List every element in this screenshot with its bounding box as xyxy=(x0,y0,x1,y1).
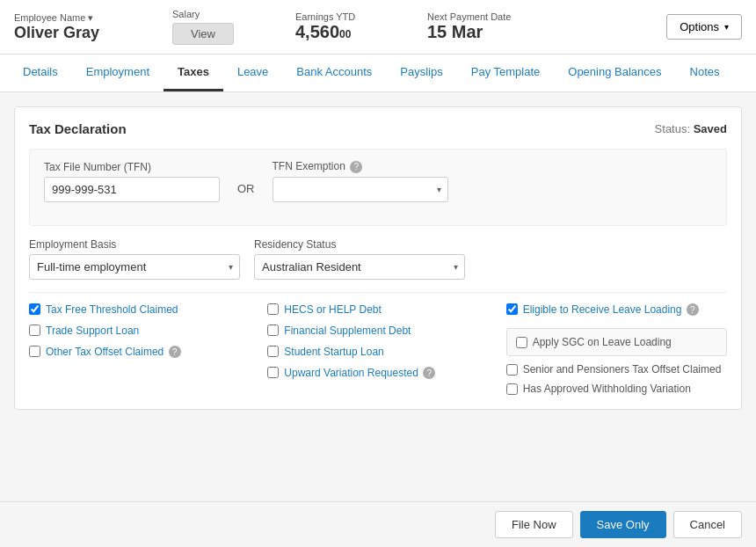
tfn-exemption-group: TFN Exemption ? ▾ xyxy=(273,160,448,202)
next-payment-section: Next Payment Date 15 Mar xyxy=(427,11,568,42)
status-label: Status: xyxy=(655,122,690,135)
earnings-label: Earnings YTD xyxy=(295,11,410,22)
approved-withholding-checkbox[interactable] xyxy=(506,383,518,395)
salary-section: Salary View xyxy=(172,9,278,45)
upward-variation-info-icon[interactable]: ? xyxy=(423,367,435,379)
tab-notes[interactable]: Notes xyxy=(676,55,734,91)
hecs-help-debt-checkbox[interactable] xyxy=(267,303,279,315)
eligible-leave-loading-info-icon[interactable]: ? xyxy=(687,303,699,316)
next-payment-label: Next Payment Date xyxy=(427,11,568,22)
checkbox-upward-variation: Upward Variation Requested ? xyxy=(267,367,488,380)
employment-basis-group: Employment Basis Full-time employment ▾ xyxy=(29,238,240,280)
next-payment-value: 15 Mar xyxy=(427,22,568,42)
residency-status-select-wrapper: Australian Resident ▾ xyxy=(254,254,465,280)
section-header: Tax Declaration Status: Saved xyxy=(29,121,727,136)
tfn-exemption-select-wrapper: ▾ xyxy=(273,177,448,202)
status-value: Saved xyxy=(694,122,727,135)
tfn-row: Tax File Number (TFN) OR TFN Exemption ?… xyxy=(44,160,712,202)
tfn-exemption-select[interactable] xyxy=(273,177,448,202)
tfn-group: Tax File Number (TFN) xyxy=(44,161,220,202)
divider xyxy=(29,292,727,293)
earnings-cents: 00 xyxy=(339,28,351,40)
salary-label: Salary xyxy=(172,9,278,19)
view-salary-button[interactable]: View xyxy=(172,23,234,45)
other-tax-offset-label[interactable]: Other Tax Offset Claimed ? xyxy=(46,346,181,359)
checkbox-approved-withholding: Has Approved Withholding Variation xyxy=(506,383,727,395)
checkbox-apply-sgc: Apply SGC on Leave Loading xyxy=(516,336,717,348)
checkbox-trade-support-loan: Trade Support Loan xyxy=(29,325,250,337)
tax-free-threshold-checkbox[interactable] xyxy=(29,303,40,315)
tab-bank-accounts[interactable]: Bank Accounts xyxy=(282,55,386,91)
footer-bar: File Now Save Only Cancel xyxy=(0,501,756,547)
cancel-button[interactable]: Cancel xyxy=(673,511,742,538)
other-tax-offset-info-icon[interactable]: ? xyxy=(169,346,181,358)
or-label: OR xyxy=(237,182,255,202)
earnings-section: Earnings YTD 4,56000 xyxy=(295,11,410,42)
employment-residency-row: Employment Basis Full-time employment ▾ … xyxy=(29,238,727,280)
options-caret-icon: ▾ xyxy=(724,22,729,32)
financial-supplement-debt-label[interactable]: Financial Supplement Debt xyxy=(284,325,411,337)
tab-employment[interactable]: Employment xyxy=(72,55,164,91)
tfn-input[interactable] xyxy=(44,177,220,202)
hecs-help-debt-label[interactable]: HECS or HELP Debt xyxy=(284,303,382,316)
tfn-exemption-label: TFN Exemption ? xyxy=(273,160,448,173)
checkbox-other-tax-offset: Other Tax Offset Claimed ? xyxy=(29,346,250,359)
tab-pay-template[interactable]: Pay Template xyxy=(457,55,555,91)
student-startup-loan-checkbox[interactable] xyxy=(267,346,279,357)
employee-info: Employee Name ▾ Oliver Gray xyxy=(14,12,155,42)
main-content: Tax Declaration Status: Saved Tax File N… xyxy=(0,92,756,529)
apply-sgc-label[interactable]: Apply SGC on Leave Loading xyxy=(533,336,672,348)
checkboxes-grid: Tax Free Threshold Claimed Trade Support… xyxy=(29,303,727,396)
student-startup-loan-label[interactable]: Student Startup Loan xyxy=(284,346,383,358)
earnings-amount: 4,560 xyxy=(295,22,339,41)
approved-withholding-label[interactable]: Has Approved Withholding Variation xyxy=(523,383,691,395)
checkboxes-col2: HECS or HELP Debt Financial Supplement D… xyxy=(267,303,488,396)
tab-taxes[interactable]: Taxes xyxy=(164,55,223,91)
tfn-label: Tax File Number (TFN) xyxy=(44,161,220,173)
tax-declaration-card: Tax Declaration Status: Saved Tax File N… xyxy=(14,106,742,410)
header: Employee Name ▾ Oliver Gray Salary View … xyxy=(0,0,756,55)
employee-name-label: Employee Name ▾ xyxy=(14,12,155,24)
employment-basis-label: Employment Basis xyxy=(29,238,240,251)
checkbox-tax-free-threshold: Tax Free Threshold Claimed xyxy=(29,303,250,316)
sgc-box: Apply SGC on Leave Loading xyxy=(506,328,727,356)
earnings-value: 4,56000 xyxy=(295,22,410,42)
eligible-leave-loading-checkbox[interactable] xyxy=(506,303,518,315)
residency-status-select[interactable]: Australian Resident xyxy=(254,254,465,280)
tax-free-threshold-label[interactable]: Tax Free Threshold Claimed xyxy=(46,303,178,316)
upward-variation-checkbox[interactable] xyxy=(267,367,279,378)
section-title: Tax Declaration xyxy=(29,121,127,136)
other-tax-offset-checkbox[interactable] xyxy=(29,346,40,357)
checkboxes-col1: Tax Free Threshold Claimed Trade Support… xyxy=(29,303,250,396)
save-only-button[interactable]: Save Only xyxy=(580,511,666,538)
apply-sgc-checkbox[interactable] xyxy=(516,337,527,348)
checkboxes-col3: Eligible to Receive Leave Loading ? Appl… xyxy=(506,303,727,396)
file-now-button[interactable]: File Now xyxy=(495,511,573,538)
checkbox-hecs-help: HECS or HELP Debt xyxy=(267,303,488,316)
status-text: Status: Saved xyxy=(655,122,727,135)
employment-basis-select-wrapper: Full-time employment ▾ xyxy=(29,254,240,280)
checkbox-student-startup: Student Startup Loan xyxy=(267,346,488,358)
tab-opening-balances[interactable]: Opening Balances xyxy=(554,55,675,91)
checkbox-senior-pensioners: Senior and Pensioners Tax Offset Claimed xyxy=(506,363,727,376)
employment-basis-select[interactable]: Full-time employment xyxy=(29,254,240,280)
trade-support-loan-label[interactable]: Trade Support Loan xyxy=(46,325,139,337)
upward-variation-label[interactable]: Upward Variation Requested ? xyxy=(284,367,435,380)
residency-status-group: Residency Status Australian Resident ▾ xyxy=(254,238,465,280)
checkbox-financial-supplement: Financial Supplement Debt xyxy=(267,325,488,337)
senior-pensioners-checkbox[interactable] xyxy=(506,364,518,376)
tfn-exemption-info-icon[interactable]: ? xyxy=(350,161,362,173)
residency-status-label: Residency Status xyxy=(254,238,465,251)
tab-details[interactable]: Details xyxy=(9,55,72,91)
checkbox-eligible-leave-loading: Eligible to Receive Leave Loading ? xyxy=(506,303,727,317)
tabs-bar: Details Employment Taxes Leave Bank Acco… xyxy=(0,55,756,92)
senior-pensioners-label[interactable]: Senior and Pensioners Tax Offset Claimed xyxy=(523,363,722,376)
options-button[interactable]: Options ▾ xyxy=(666,14,742,40)
trade-support-loan-checkbox[interactable] xyxy=(29,325,40,336)
employee-name: Oliver Gray xyxy=(14,24,155,42)
tab-payslips[interactable]: Payslips xyxy=(386,55,456,91)
options-label: Options xyxy=(680,20,719,33)
financial-supplement-debt-checkbox[interactable] xyxy=(267,325,279,336)
tab-leave[interactable]: Leave xyxy=(223,55,282,91)
eligible-leave-loading-label[interactable]: Eligible to Receive Leave Loading ? xyxy=(523,303,699,317)
